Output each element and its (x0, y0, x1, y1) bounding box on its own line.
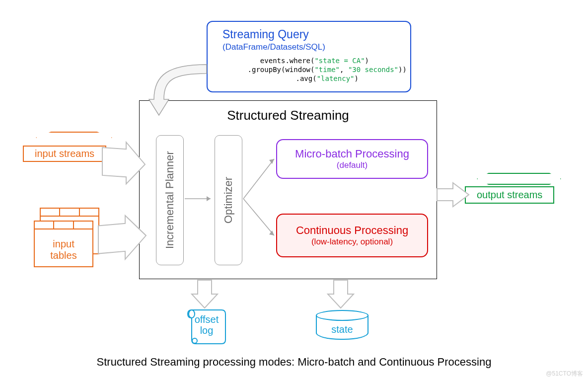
watermark: @51CTO博客 (546, 370, 583, 378)
input-streams-flag-deco (36, 132, 112, 144)
query-title: Streaming Query (222, 28, 309, 41)
micro-batch-sub: (default) (337, 160, 368, 170)
state-label: state (316, 324, 368, 335)
arrow-to-offset-log-icon (192, 280, 218, 308)
continuous-sub: (low-latency, optional) (311, 237, 393, 247)
input-tables-label: input tables (35, 238, 92, 261)
incremental-planner-box: Incremental Planner (156, 135, 184, 265)
output-streams-flag-deco (477, 173, 561, 185)
continuous-box: Continuous Processing (low-latency, opti… (276, 214, 428, 257)
output-streams-label: output streams (465, 186, 554, 204)
diagram-caption: Structured Streaming processing modes: M… (0, 356, 588, 369)
input-tables-icon: input tables (29, 208, 108, 272)
offset-log-label: offset log (187, 314, 226, 336)
input-streams-label: input streams (23, 146, 106, 162)
svg-point-1 (192, 338, 197, 343)
continuous-title: Continuous Processing (296, 224, 408, 237)
query-code: events.where("state = CA") .groupBy(wind… (222, 56, 407, 83)
micro-batch-title: Micro-batch Processing (295, 148, 409, 160)
optimizer-box: Optimizer (215, 135, 242, 265)
micro-batch-box: Micro-batch Processing (default) (276, 139, 428, 179)
streaming-query-box: Streaming Query (DataFrame/Datasets/SQL)… (207, 21, 411, 92)
main-title: Structured Streaming (140, 108, 437, 123)
query-subtitle: (DataFrame/Datasets/SQL) (222, 42, 325, 52)
arrow-output-icon (437, 183, 469, 207)
arrow-to-state-icon (328, 280, 354, 308)
offset-log-icon: offset log (187, 307, 226, 345)
state-cylinder-icon: state (316, 310, 368, 340)
